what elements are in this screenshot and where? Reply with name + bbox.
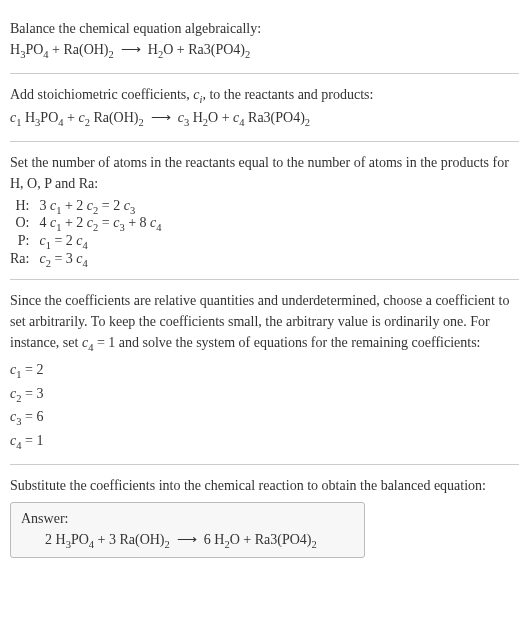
element-label: Ra: bbox=[10, 251, 39, 269]
section-substitute: Substitute the coefficients into the che… bbox=[10, 465, 519, 569]
solve-intro: Since the coefficients are relative quan… bbox=[10, 290, 519, 356]
coeff-intro-a: Add stoichiometric coefficients, bbox=[10, 87, 193, 102]
table-row: H: 3 c1 + 2 c2 = 2 c3 bbox=[10, 198, 162, 216]
element-label: P: bbox=[10, 233, 39, 251]
section-solve: Since the coefficients are relative quan… bbox=[10, 280, 519, 465]
coef-value: 2 bbox=[36, 362, 43, 377]
coef-value: 6 bbox=[36, 409, 43, 424]
element-equation: c2 = 3 c4 bbox=[39, 251, 161, 269]
list-item: c4 = 1 bbox=[10, 430, 519, 454]
list-item: c1 = 2 bbox=[10, 359, 519, 383]
coeff-intro: Add stoichiometric coefficients, ci, to … bbox=[10, 84, 519, 108]
list-item: c3 = 6 bbox=[10, 406, 519, 430]
solve-intro-b: and solve the system of equations for th… bbox=[115, 335, 480, 350]
coef-value: 3 bbox=[36, 386, 43, 401]
balanced-equation: 2 H3PO4 + 3 Ra(OH)2 ⟶ 6 H2O + Ra3(PO4)2 bbox=[21, 531, 354, 550]
coef-value: 1 bbox=[36, 433, 43, 448]
element-label: H: bbox=[10, 198, 39, 216]
table-row: P: c1 = 2 c4 bbox=[10, 233, 162, 251]
coeff-intro-b: , to the reactants and products: bbox=[202, 87, 373, 102]
answer-label: Answer: bbox=[21, 511, 354, 527]
element-label: O: bbox=[10, 215, 39, 233]
atom-balance-intro: Set the number of atoms in the reactants… bbox=[10, 152, 519, 194]
section-atom-balance: Set the number of atoms in the reactants… bbox=[10, 142, 519, 280]
substitute-intro: Substitute the coefficients into the che… bbox=[10, 475, 519, 496]
element-equation: 3 c1 + 2 c2 = 2 c3 bbox=[39, 198, 161, 216]
problem-title: Balance the chemical equation algebraica… bbox=[10, 18, 519, 39]
table-row: Ra: c2 = 3 c4 bbox=[10, 251, 162, 269]
section-coefficients: Add stoichiometric coefficients, ci, to … bbox=[10, 74, 519, 142]
table-row: O: 4 c1 + 2 c2 = c3 + 8 c4 bbox=[10, 215, 162, 233]
element-equation: c1 = 2 c4 bbox=[39, 233, 161, 251]
answer-box: Answer: 2 H3PO4 + 3 Ra(OH)2 ⟶ 6 H2O + Ra… bbox=[10, 502, 365, 559]
equation-unbalanced: H3PO4 + Ra(OH)2 ⟶ H2O + Ra3(PO4)2 bbox=[10, 39, 519, 63]
section-problem: Balance the chemical equation algebraica… bbox=[10, 8, 519, 74]
element-equation: 4 c1 + 2 c2 = c3 + 8 c4 bbox=[39, 215, 161, 233]
atom-balance-table: H: 3 c1 + 2 c2 = 2 c3 O: 4 c1 + 2 c2 = c… bbox=[10, 198, 162, 269]
coefficient-solution-list: c1 = 2 c2 = 3 c3 = 6 c4 = 1 bbox=[10, 359, 519, 453]
list-item: c2 = 3 bbox=[10, 383, 519, 407]
equation-with-coeffs: c1 H3PO4 + c2 Ra(OH)2 ⟶ c3 H2O + c4 Ra3(… bbox=[10, 107, 519, 131]
